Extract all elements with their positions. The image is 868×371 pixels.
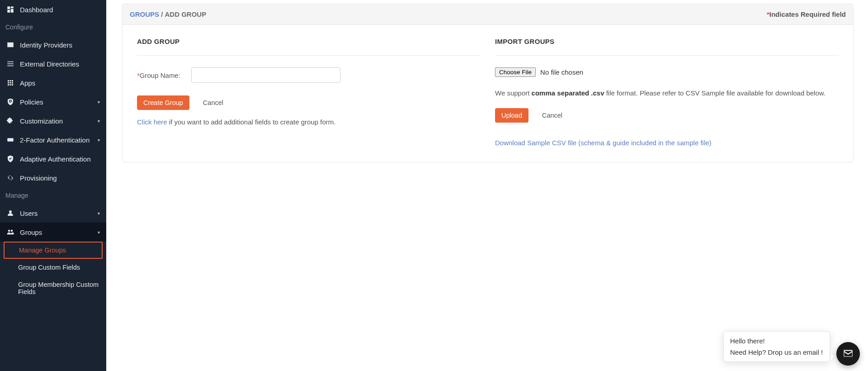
breadcrumb-sep: / xyxy=(161,10,163,18)
sidebar-item-policies[interactable]: Policies ▾ xyxy=(0,92,106,111)
add-group-section: ADD GROUP *Group Name: Create Group Canc… xyxy=(137,38,481,147)
add-fields-hint: Click here if you want to add additional… xyxy=(137,118,481,126)
card-header: GROUPS / ADD GROUP *Indicates Required f… xyxy=(123,4,853,25)
sync-icon xyxy=(6,174,14,182)
required-note-text: Indicates Required field xyxy=(769,10,846,18)
sidebar-label: Adaptive Authentication xyxy=(20,155,91,163)
shield-check-icon xyxy=(6,155,14,163)
apps-icon xyxy=(6,79,14,87)
support-post: file format. Please refer to CSV Sample … xyxy=(604,89,826,97)
main-content: GROUPS / ADD GROUP *Indicates Required f… xyxy=(108,0,868,162)
sidebar-item-adaptive-auth[interactable]: Adaptive Authentication xyxy=(0,149,106,168)
cancel-button[interactable]: Cancel xyxy=(197,95,230,110)
sidebar-item-external-directories[interactable]: External Directories xyxy=(0,54,106,73)
sidebar-label: 2-Factor Authentication xyxy=(20,136,90,144)
sidebar-label: Policies xyxy=(20,98,43,106)
breadcrumb-root[interactable]: GROUPS xyxy=(130,10,159,18)
create-group-button[interactable]: Create Group xyxy=(137,95,189,110)
group-name-label: *Group Name: xyxy=(137,71,180,79)
add-group-buttons: Create Group Cancel xyxy=(137,95,481,110)
sidebar-item-apps[interactable]: Apps xyxy=(0,73,106,92)
sidebar-label: Users xyxy=(20,209,38,217)
sidebar-sub-group-membership-fields[interactable]: Group Membership Custom Fields xyxy=(0,276,106,300)
chat-line2: Need Help? Drop us an email ! xyxy=(730,348,823,356)
group-name-label-text: Group Name: xyxy=(140,71,180,79)
sidebar: Dashboard Configure Identity Providers E… xyxy=(0,0,106,371)
breadcrumb-current: ADD GROUP xyxy=(165,10,207,18)
chevron-down-icon: ▾ xyxy=(98,230,100,235)
sidebar-label: Groups xyxy=(20,228,42,236)
click-here-link[interactable]: Click here xyxy=(137,118,167,126)
support-pre: We support xyxy=(495,89,532,97)
section-title-import-groups: IMPORT GROUPS xyxy=(495,38,839,56)
sidebar-sub-group-custom-fields[interactable]: Group Custom Fields xyxy=(0,259,106,276)
svg-rect-0 xyxy=(7,138,14,142)
id-card-icon xyxy=(6,41,14,49)
sidebar-section-configure: Configure xyxy=(0,19,106,35)
import-buttons: Upload Cancel xyxy=(495,108,839,123)
sidebar-label: Customization xyxy=(20,117,63,125)
chevron-down-icon: ▾ xyxy=(98,138,100,143)
sidebar-item-provisioning[interactable]: Provisioning xyxy=(0,168,106,187)
sidebar-label: Apps xyxy=(20,79,35,87)
mail-icon xyxy=(842,347,854,361)
sidebar-label: Provisioning xyxy=(20,174,57,182)
sidebar-sub-manage-groups[interactable]: Manage Groups xyxy=(4,242,103,259)
breadcrumb: GROUPS / ADD GROUP xyxy=(130,10,206,18)
sidebar-item-identity-providers[interactable]: Identity Providers xyxy=(0,35,106,54)
chevron-down-icon: ▾ xyxy=(98,119,100,124)
chat-popup-arrow xyxy=(831,353,835,360)
sidebar-item-customization[interactable]: Customization ▾ xyxy=(0,111,106,130)
group-name-row: *Group Name: xyxy=(137,67,481,83)
shield-search-icon xyxy=(6,98,14,106)
choose-file-button[interactable]: Choose File xyxy=(495,67,536,77)
import-cancel-button[interactable]: Cancel xyxy=(536,108,569,123)
chat-fab-button[interactable] xyxy=(836,342,860,366)
download-sample-link[interactable]: Download Sample CSV file (schema & guide… xyxy=(495,139,712,147)
content-card: GROUPS / ADD GROUP *Indicates Required f… xyxy=(122,4,854,162)
file-chooser-row: Choose File No file chosen xyxy=(495,67,839,77)
group-icon xyxy=(6,228,14,236)
sidebar-item-2fa[interactable]: 2-Factor Authentication ▾ xyxy=(0,130,106,149)
sidebar-label: Dashboard xyxy=(20,6,53,14)
chat-line1: Hello there! xyxy=(730,337,823,345)
user-icon xyxy=(6,209,14,217)
sidebar-section-manage: Manage xyxy=(0,187,106,204)
dashboard-icon xyxy=(6,5,14,14)
sidebar-item-groups[interactable]: Groups ▾ xyxy=(0,223,106,242)
section-title-add-group: ADD GROUP xyxy=(137,38,481,56)
csv-support-note: We support comma separated .csv file for… xyxy=(495,88,839,98)
upload-button[interactable]: Upload xyxy=(495,108,528,123)
required-note: *Indicates Required field xyxy=(767,10,846,18)
support-bold: comma separated .csv xyxy=(532,89,604,97)
import-groups-section: IMPORT GROUPS Choose File No file chosen… xyxy=(495,38,839,147)
sidebar-label: Identity Providers xyxy=(20,41,72,49)
file-status-text: No file chosen xyxy=(540,68,583,76)
sidebar-item-users[interactable]: Users ▾ xyxy=(0,204,106,223)
sidebar-item-dashboard[interactable]: Dashboard xyxy=(0,0,106,19)
group-name-input[interactable] xyxy=(191,67,340,83)
card-body: ADD GROUP *Group Name: Create Group Canc… xyxy=(123,25,853,162)
puzzle-icon xyxy=(6,117,14,125)
list-icon xyxy=(6,60,14,68)
pin-icon xyxy=(6,136,14,144)
hint-text: if you want to add additional fields to … xyxy=(167,118,336,126)
chat-popup: Hello there! Need Help? Drop us an email… xyxy=(723,331,830,362)
chevron-down-icon: ▾ xyxy=(98,100,100,105)
chevron-down-icon: ▾ xyxy=(98,211,100,216)
sidebar-label: External Directories xyxy=(20,60,79,68)
